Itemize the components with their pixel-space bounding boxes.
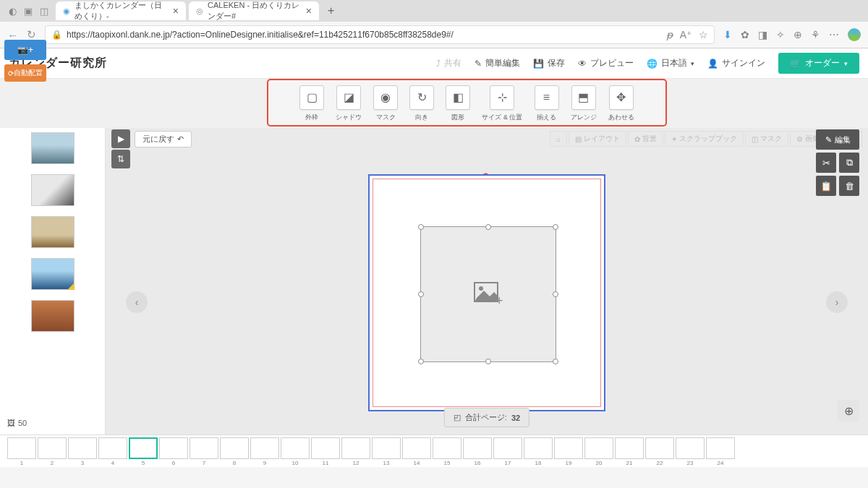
preview-button[interactable]: 👁 プレビュー <box>578 57 634 69</box>
page-thumb[interactable]: 18 <box>524 437 553 466</box>
page-thumb[interactable]: 11 <box>311 437 340 466</box>
resize-handle[interactable] <box>485 359 491 364</box>
mask-tool-button[interactable]: ◉ マスク <box>373 85 398 122</box>
resize-handle[interactable] <box>418 359 424 364</box>
pencil-icon: ✎ <box>475 59 482 69</box>
layout-tab[interactable]: ▤ レイアウト <box>569 131 626 147</box>
zoom-in-button[interactable]: ⊕ <box>838 400 859 421</box>
edit-button[interactable]: ✎ 編集 <box>816 129 859 150</box>
cut-button[interactable]: ✂ <box>816 153 836 173</box>
delete-button[interactable]: 🗑 <box>839 176 859 196</box>
apps-icon[interactable]: ⚘ <box>811 29 820 40</box>
play-button[interactable]: ▶ <box>111 129 130 148</box>
collections-icon[interactable]: ✧ <box>776 29 785 40</box>
close-icon[interactable]: × <box>306 5 312 17</box>
sidebar-icon[interactable]: ◨ <box>758 29 767 40</box>
photo-thumb[interactable] <box>31 258 75 290</box>
menu-icon[interactable]: ⋯ <box>829 29 839 40</box>
page-thumb[interactable]: 3 <box>68 437 97 466</box>
address-bar[interactable]: 🔒 https://taopixonl.dank.ne.jp/?action=O… <box>45 25 715 44</box>
page-thumb[interactable]: 8 <box>220 437 249 466</box>
page-thumb[interactable]: 7 <box>190 437 218 466</box>
next-page-button[interactable]: › <box>826 291 848 313</box>
easy-edit-button[interactable]: ✎ 簡単編集 <box>475 57 520 69</box>
extensions-icon[interactable]: ✿ <box>741 29 749 40</box>
downloads-icon[interactable]: ⬇ <box>723 29 732 40</box>
page-thumb[interactable]: 1 <box>7 437 36 466</box>
resize-handle[interactable] <box>418 224 424 230</box>
close-icon[interactable]: × <box>173 5 179 17</box>
rotate-tool-button[interactable]: ↻ 向き <box>409 85 434 122</box>
reader-icon[interactable]: A⁺ <box>680 29 692 40</box>
undo-button[interactable]: 元に戻す ↶ <box>135 131 192 147</box>
home-tab[interactable]: ⌂ <box>550 131 567 147</box>
resize-handle[interactable] <box>418 291 424 297</box>
workspace-icon[interactable]: ▣ <box>24 6 33 17</box>
arrange-icon: ⬒ <box>578 90 589 104</box>
resize-handle[interactable] <box>553 291 558 297</box>
browser-tab-2[interactable]: ◎ CALEKEN - 日めくりカレンダー# × <box>189 1 319 20</box>
page-strip[interactable]: 123456789101112131415161718192021222324 <box>0 435 868 467</box>
page-thumb[interactable]: 5 <box>129 437 158 466</box>
auto-layout-button[interactable]: ⟳ 自動配置 <box>4 64 46 82</box>
shape-tool-button[interactable]: ◧ 図形 <box>446 85 470 122</box>
background-tab[interactable]: ✿ 背景 <box>628 131 663 147</box>
page-thumb[interactable]: 24 <box>706 437 735 466</box>
profile-icon[interactable]: ◐ <box>9 6 17 17</box>
eye-icon: 👁 <box>578 59 587 69</box>
save-button[interactable]: 💾 保存 <box>533 57 565 69</box>
page-canvas[interactable]: + <box>368 174 605 411</box>
edge-icon[interactable] <box>848 28 861 41</box>
page-thumb[interactable]: 20 <box>584 437 613 466</box>
order-button[interactable]: 🛒 オーダー ▾ <box>778 53 859 74</box>
svg-point-1 <box>479 286 483 291</box>
page-icon: ◰ <box>454 413 461 422</box>
image-placeholder[interactable]: + <box>420 226 556 362</box>
page-thumb[interactable]: 15 <box>433 437 461 466</box>
page-thumb[interactable]: 12 <box>341 437 370 466</box>
page-thumb[interactable]: 17 <box>493 437 522 466</box>
page-thumb[interactable]: 22 <box>645 437 674 466</box>
arrange-tool-button[interactable]: ⬒ アレンジ <box>571 85 597 122</box>
page-thumb[interactable]: 14 <box>402 437 431 466</box>
chevron-down-icon: ▾ <box>844 60 848 67</box>
copy-button[interactable]: ⧉ <box>839 153 859 173</box>
shadow-tool-button[interactable]: ◪ シャドウ <box>336 85 362 122</box>
resize-handle[interactable] <box>553 359 558 364</box>
photo-thumb[interactable] <box>31 132 75 164</box>
photo-thumb[interactable] <box>31 216 75 248</box>
prev-page-button[interactable]: ‹ <box>126 291 148 313</box>
favorite-icon[interactable]: ☆ <box>699 29 708 40</box>
page-thumb[interactable]: 4 <box>98 437 127 466</box>
resize-handle[interactable] <box>553 224 558 230</box>
page-thumb[interactable]: 9 <box>250 437 279 466</box>
mask-tab[interactable]: ◫ マスク <box>745 131 788 147</box>
fit-tool-button[interactable]: ✥ あわせる <box>608 85 634 122</box>
page-thumb[interactable]: 19 <box>554 437 583 466</box>
photo-panel[interactable]: 🖼 50 <box>0 128 106 435</box>
page-thumb[interactable]: 23 <box>676 437 705 466</box>
add-photos-button[interactable]: 📷+ <box>4 40 46 60</box>
browser-tab-1[interactable]: ◉ ましかくカレンダー（日めくり）- × <box>56 1 186 20</box>
add-tab-button[interactable]: + <box>322 4 340 17</box>
resize-handle[interactable] <box>485 224 491 230</box>
tabs-icon[interactable]: ◫ <box>40 6 48 17</box>
strikethrough-icon[interactable]: ᵽ <box>666 29 673 40</box>
page-thumb[interactable]: 16 <box>463 437 492 466</box>
align-tool-button[interactable]: ≡ 揃える <box>535 85 559 122</box>
frame-tool-button[interactable]: ▢ 外枠 <box>299 85 324 122</box>
paste-button[interactable]: 📋 <box>816 176 836 196</box>
page-thumb[interactable]: 2 <box>38 437 67 466</box>
photo-thumb[interactable] <box>31 300 75 332</box>
scrapbook-tab[interactable]: ✶ スクラップブック <box>665 131 744 147</box>
page-thumb[interactable]: 13 <box>372 437 401 466</box>
photo-thumb[interactable] <box>31 174 75 206</box>
size-position-tool-button[interactable]: ⊹ サイズ & 位置 <box>482 85 522 122</box>
swap-button[interactable]: ⇅ <box>111 150 130 168</box>
page-thumb[interactable]: 10 <box>281 437 310 466</box>
page-thumb[interactable]: 21 <box>615 437 644 466</box>
page-thumb[interactable]: 6 <box>159 437 188 466</box>
language-dropdown[interactable]: 🌐 日本語 ▾ <box>647 57 694 69</box>
history-icon[interactable]: ⊕ <box>793 29 802 40</box>
signin-button[interactable]: 👤 サインイン <box>707 57 765 69</box>
